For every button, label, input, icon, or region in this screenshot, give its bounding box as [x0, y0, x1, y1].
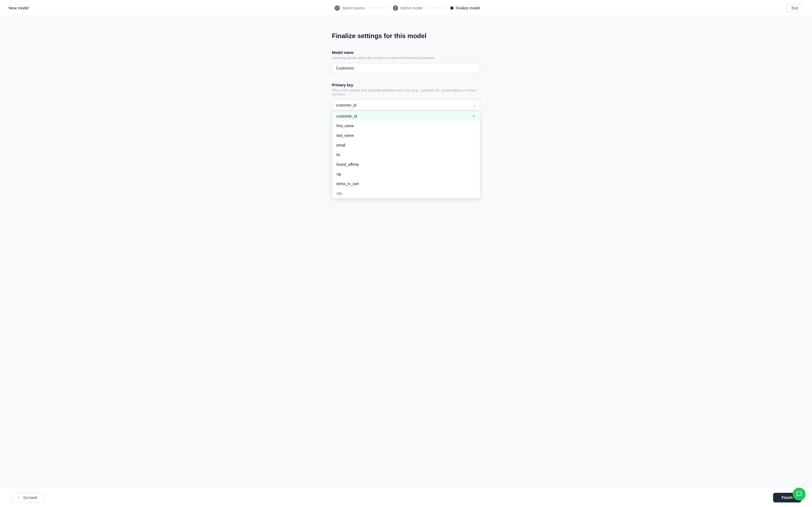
option-label-last-name: last_name [337, 133, 354, 137]
primary-key-dropdown-wrapper: customer_id ⌄ customer_id ✓ first_name l… [332, 100, 480, 111]
option-label-items-in-cart: items_in_cart [337, 182, 359, 186]
model-name-input[interactable] [332, 63, 480, 73]
primary-key-section: Primary key This is the column that uniq… [332, 83, 480, 111]
go-back-label: Go back [23, 496, 37, 500]
dropdown-option-brand-affinity[interactable]: brand_affinity [332, 160, 480, 169]
model-name-label: Model name [332, 50, 480, 55]
arrow-left-icon: ← [17, 496, 21, 500]
option-label-vip: vip [337, 172, 341, 176]
go-back-button[interactable]: ← Go back [11, 493, 44, 503]
option-label-customer-id: customer_id [337, 114, 357, 118]
step-define-model: ✓ Define model [393, 5, 423, 11]
option-label-first-name: first_name [337, 124, 354, 128]
dropdown-option-first-name[interactable]: first_name [332, 121, 480, 131]
app-title: New model [9, 6, 29, 10]
chat-icon [796, 491, 802, 497]
header: New model ✓ Select source ✓ Define model… [0, 0, 812, 16]
exit-button[interactable]: Exit [786, 4, 803, 12]
step-2-label: Define model [400, 6, 423, 10]
dropdown-option-city[interactable]: city [332, 188, 480, 198]
dropdown-option-ltv[interactable]: ltv [332, 150, 480, 160]
dropdown-option-customer-id[interactable]: customer_id ✓ [332, 111, 480, 121]
step-3-icon [450, 6, 454, 10]
primary-key-label: Primary key [332, 83, 480, 87]
dropdown-option-vip[interactable]: vip [332, 169, 480, 179]
option-label-brand-affinity: brand_affinity [337, 162, 359, 167]
page-title: Finalize settings for this model [332, 32, 480, 40]
step-1-icon: ✓ [335, 5, 340, 11]
option-label-ltv: ltv [337, 153, 340, 157]
footer: ← Go back Finish [0, 488, 812, 507]
chevron-down-icon: ⌄ [472, 103, 476, 108]
selected-check-icon: ✓ [472, 114, 475, 118]
step-2-icon: ✓ [393, 5, 398, 11]
chat-support-button[interactable] [793, 488, 806, 501]
primary-key-dropdown-trigger[interactable]: customer_id ⌄ [332, 100, 480, 111]
option-label-city: city [337, 191, 342, 195]
step-connector-1 [368, 8, 390, 8]
main-content: Finalize settings for this model Model n… [325, 16, 487, 133]
step-select-source: ✓ Select source [335, 5, 365, 11]
step-finalize-model: Finalize model [450, 6, 480, 10]
step-1-label: Select source [342, 6, 365, 10]
stepper: ✓ Select source ✓ Define model Finalize … [335, 5, 480, 11]
primary-key-hint: This is the column that uniquely identif… [332, 88, 480, 96]
step-connector-2 [425, 8, 447, 8]
dropdown-option-email[interactable]: email [332, 140, 480, 150]
model-name-section: Model name Including details about the m… [332, 50, 480, 73]
model-name-hint: Including details about the model's cont… [332, 56, 480, 60]
step-3-label: Finalize model [456, 6, 480, 10]
dropdown-option-last-name[interactable]: last_name [332, 131, 480, 140]
primary-key-dropdown-menu: customer_id ✓ first_name last_name email… [332, 111, 480, 199]
dropdown-selected-value: customer_id [336, 103, 356, 107]
option-label-email: email [337, 143, 345, 147]
dropdown-option-items-in-cart[interactable]: items_in_cart [332, 179, 480, 188]
